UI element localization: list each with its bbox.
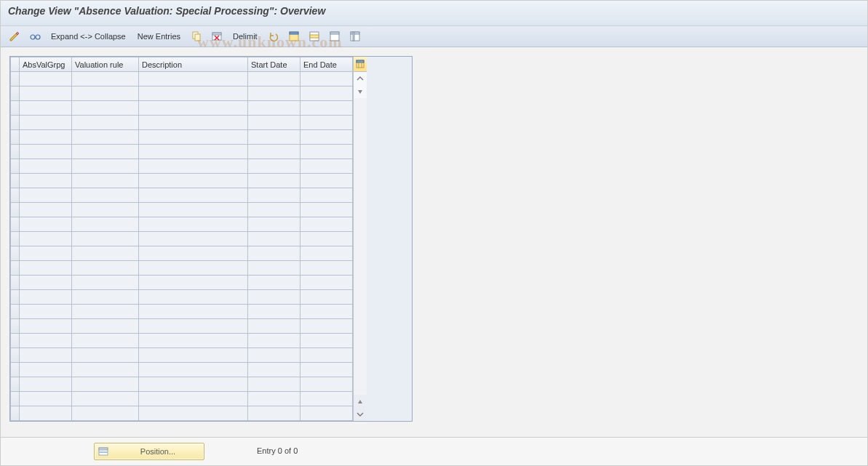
cell[interactable] (139, 261, 248, 276)
deselect-all-button[interactable] (327, 29, 343, 44)
cell[interactable] (300, 334, 353, 348)
scroll-up-button[interactable] (354, 85, 367, 98)
cell[interactable] (248, 130, 300, 145)
col-absvalgrpg[interactable]: AbsValGrpg (20, 57, 72, 72)
cell[interactable] (72, 188, 139, 203)
cell[interactable] (300, 246, 353, 261)
cell[interactable] (72, 130, 139, 145)
cell[interactable] (300, 377, 353, 392)
cell[interactable] (20, 261, 72, 276)
row-selector[interactable] (11, 363, 20, 377)
cell[interactable] (139, 87, 248, 101)
toggle-display-change-button[interactable] (7, 29, 23, 44)
cell[interactable] (139, 101, 248, 116)
cell[interactable] (20, 217, 72, 232)
cell[interactable] (248, 305, 300, 319)
cell[interactable] (139, 363, 248, 377)
table-row[interactable] (11, 130, 353, 145)
row-selector[interactable] (11, 87, 20, 101)
cell[interactable] (20, 101, 72, 116)
col-description[interactable]: Description (139, 57, 248, 72)
cell[interactable] (300, 217, 353, 232)
table-row[interactable] (11, 203, 353, 217)
cell[interactable] (248, 348, 300, 363)
col-start-date[interactable]: Start Date (248, 57, 300, 72)
cell[interactable] (20, 87, 72, 101)
cell[interactable] (139, 130, 248, 145)
select-block-button[interactable] (306, 29, 322, 44)
copy-as-button[interactable] (188, 29, 204, 44)
table-row[interactable] (11, 290, 353, 305)
table-row[interactable] (11, 392, 353, 406)
cell[interactable] (139, 290, 248, 305)
row-selector[interactable] (11, 276, 20, 290)
cell[interactable] (139, 246, 248, 261)
cell[interactable] (300, 392, 353, 406)
table-row[interactable] (11, 334, 353, 348)
cell[interactable] (248, 188, 300, 203)
cell[interactable] (72, 363, 139, 377)
cell[interactable] (72, 159, 139, 174)
expand-collapse-button[interactable]: Expand <-> Collapse (47, 29, 130, 44)
cell[interactable] (248, 392, 300, 406)
row-selector[interactable] (11, 130, 20, 145)
cell[interactable] (248, 290, 300, 305)
cell[interactable] (72, 276, 139, 290)
cell[interactable] (72, 232, 139, 246)
cell[interactable] (248, 319, 300, 334)
cell[interactable] (139, 203, 248, 217)
cell[interactable] (139, 276, 248, 290)
cell[interactable] (20, 145, 72, 159)
scroll-top-button[interactable] (354, 72, 367, 85)
cell[interactable] (300, 130, 353, 145)
cell[interactable] (300, 305, 353, 319)
cell[interactable] (72, 392, 139, 406)
cell[interactable] (300, 87, 353, 101)
cell[interactable] (139, 232, 248, 246)
row-selector[interactable] (11, 145, 20, 159)
cell[interactable] (300, 203, 353, 217)
table-row[interactable] (11, 261, 353, 276)
cell[interactable] (72, 334, 139, 348)
cell[interactable] (248, 101, 300, 116)
cell[interactable] (20, 174, 72, 188)
table-row[interactable] (11, 363, 353, 377)
cell[interactable] (72, 348, 139, 363)
cell[interactable] (248, 363, 300, 377)
table-row[interactable] (11, 72, 353, 87)
cell[interactable] (248, 377, 300, 392)
cell[interactable] (72, 174, 139, 188)
cell[interactable] (20, 188, 72, 203)
cell[interactable] (248, 203, 300, 217)
cell[interactable] (300, 116, 353, 130)
cell[interactable] (20, 116, 72, 130)
cell[interactable] (72, 261, 139, 276)
new-entries-button[interactable]: New Entries (134, 29, 184, 44)
cell[interactable] (139, 116, 248, 130)
cell[interactable] (20, 203, 72, 217)
cell[interactable] (300, 145, 353, 159)
cell[interactable] (139, 334, 248, 348)
cell[interactable] (20, 319, 72, 334)
col-end-date[interactable]: End Date (300, 57, 353, 72)
cell[interactable] (300, 72, 353, 87)
row-selector[interactable] (11, 406, 20, 421)
table-row[interactable] (11, 87, 353, 101)
row-selector[interactable] (11, 159, 20, 174)
row-selector[interactable] (11, 246, 20, 261)
cell[interactable] (139, 377, 248, 392)
data-grid[interactable]: AbsValGrpg Valuation rule Description St… (10, 57, 353, 421)
table-row[interactable] (11, 319, 353, 334)
cell[interactable] (20, 159, 72, 174)
table-row[interactable] (11, 276, 353, 290)
cell[interactable] (248, 261, 300, 276)
cell[interactable] (72, 377, 139, 392)
position-button[interactable]: Position... (94, 443, 204, 460)
row-selector[interactable] (11, 174, 20, 188)
cell[interactable] (72, 203, 139, 217)
undo-button[interactable] (266, 29, 282, 44)
table-row[interactable] (11, 406, 353, 421)
cell[interactable] (300, 276, 353, 290)
cell[interactable] (300, 363, 353, 377)
cell[interactable] (139, 159, 248, 174)
